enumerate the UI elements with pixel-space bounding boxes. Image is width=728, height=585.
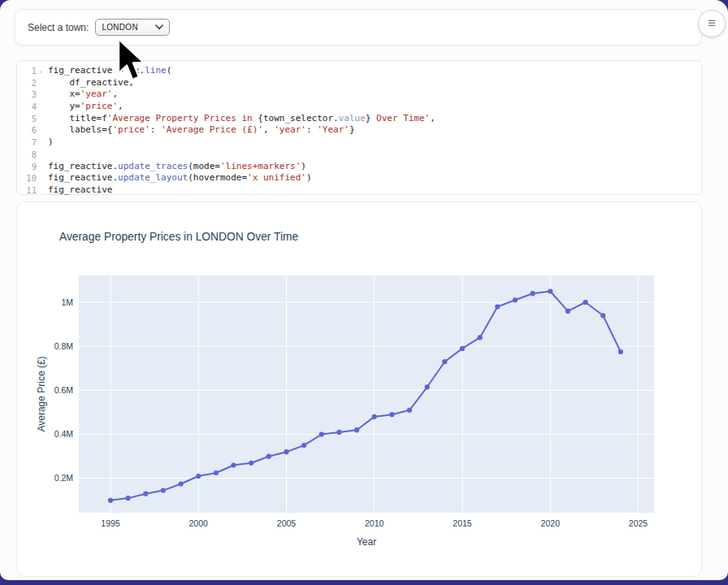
chevron-down-icon (155, 24, 163, 30)
svg-text:Year: Year (357, 536, 376, 548)
line-number: 6 (17, 124, 37, 136)
gutter-spacer (37, 161, 46, 173)
code-line[interactable]: 9fig_reactive.update_traces(mode='lines+… (17, 161, 701, 173)
gutter-spacer (37, 113, 46, 125)
line-number: 8 (17, 149, 37, 161)
svg-text:Average Property Prices in LON: Average Property Prices in LONDON Over T… (59, 231, 299, 243)
code-text: fig_reactive.update_traces(mode='lines+m… (46, 161, 306, 173)
code-text: x='year', (46, 89, 118, 101)
code-text: fig_reactive (46, 184, 112, 197)
menu-button[interactable]: ≡ (698, 10, 726, 37)
svg-text:2010: 2010 (365, 518, 384, 528)
svg-text:2020: 2020 (541, 518, 561, 528)
code-text (46, 149, 48, 161)
line-number: 5 (17, 113, 37, 125)
gutter-spacer (37, 89, 46, 101)
line-number: 4 (17, 101, 37, 113)
svg-text:0.2M: 0.2M (54, 473, 73, 483)
code-text: labels={'price': 'Average Price (£)', 'y… (46, 124, 355, 136)
code-line[interactable]: 2 df_reactive, (17, 77, 701, 89)
line-number: 11 (17, 184, 37, 197)
svg-text:0.8M: 0.8M (54, 341, 73, 351)
code-text: fig_reactive.update_layout(hovermode='x … (46, 172, 312, 184)
fold-arrow-icon[interactable]: ⌄ (37, 65, 46, 77)
code-line[interactable]: 7) (17, 136, 701, 149)
hamburger-icon: ≡ (708, 16, 716, 30)
code-line[interactable]: 10fig_reactive.update_layout(hovermode='… (17, 172, 701, 184)
code-text: y='price', (46, 101, 124, 113)
line-number: 2 (17, 77, 37, 89)
svg-text:2000: 2000 (189, 518, 209, 528)
price-chart[interactable]: Average Property Prices in LONDON Over T… (17, 202, 701, 576)
svg-text:2005: 2005 (277, 518, 297, 528)
gutter-spacer (37, 136, 46, 149)
svg-text:Average Price (£): Average Price (£) (36, 356, 47, 431)
code-line[interactable]: 3 x='year', (17, 89, 701, 101)
notebook-page: Select a town: LONDON ≡ 1⌄fig_reactive =… (0, 0, 728, 580)
gutter-spacer (37, 184, 46, 197)
code-editor[interactable]: 1⌄fig_reactive = px.line(2 df_reactive,3… (17, 65, 701, 197)
code-line[interactable]: 4 y='price', (17, 101, 701, 113)
town-selector-label: Select a town: (28, 22, 89, 33)
gutter-spacer (37, 124, 46, 136)
svg-text:1M: 1M (61, 297, 73, 307)
code-cell[interactable]: 1⌄fig_reactive = px.line(2 df_reactive,3… (16, 60, 702, 195)
code-line[interactable]: 6 labels={'price': 'Average Price (£)', … (17, 124, 701, 136)
code-line[interactable]: 8 (17, 149, 701, 161)
svg-text:2025: 2025 (629, 518, 648, 528)
svg-text:0.4M: 0.4M (54, 429, 73, 439)
line-number: 1 (17, 65, 37, 77)
chart-output-card: Average Property Prices in LONDON Over T… (16, 202, 702, 577)
code-text: title=f'Average Property Prices in {town… (46, 113, 436, 125)
code-line[interactable]: 11fig_reactive (17, 184, 701, 197)
code-text: fig_reactive = px.line( (46, 65, 171, 77)
line-number: 10 (17, 172, 37, 184)
svg-text:0.6M: 0.6M (54, 385, 73, 395)
code-text: df_reactive, (46, 77, 134, 89)
svg-text:1995: 1995 (101, 518, 120, 528)
line-number: 7 (17, 136, 37, 149)
svg-text:2015: 2015 (453, 518, 472, 528)
gutter-spacer (37, 172, 46, 184)
town-selector-card: Select a town: LONDON (15, 9, 702, 46)
town-select-value: LONDON (102, 23, 138, 32)
code-text: ) (46, 136, 54, 149)
gutter-spacer (37, 149, 46, 161)
line-number: 3 (17, 89, 37, 101)
code-line[interactable]: 5 title=f'Average Property Prices in {to… (17, 113, 701, 125)
code-line[interactable]: 1⌄fig_reactive = px.line( (17, 65, 701, 77)
town-select[interactable]: LONDON (95, 19, 170, 36)
line-number: 9 (17, 161, 37, 173)
gutter-spacer (37, 77, 46, 89)
gutter-spacer (37, 101, 46, 113)
